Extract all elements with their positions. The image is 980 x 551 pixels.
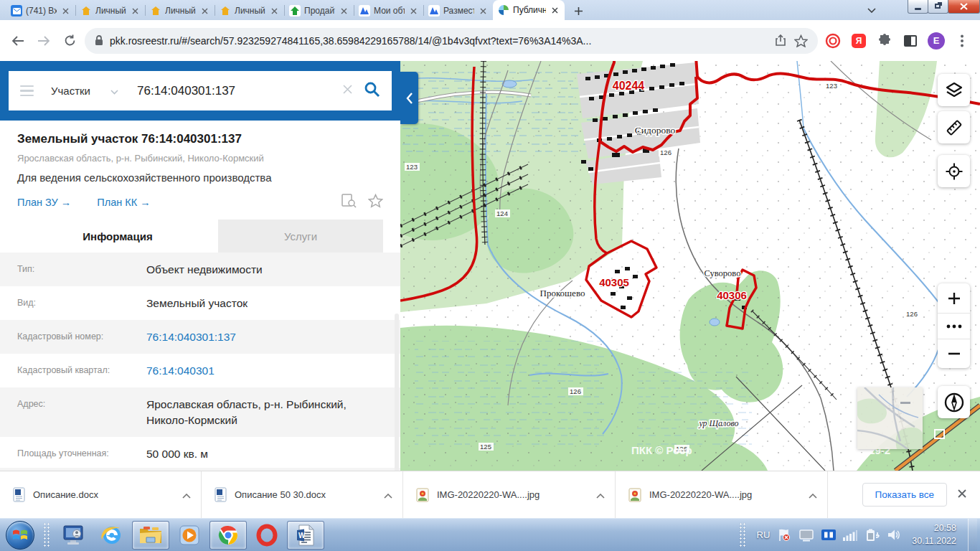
tab-close-icon[interactable] [550,5,560,15]
search-box: Участки [9,71,392,110]
layers-icon [945,81,963,100]
search-category-dropdown[interactable]: Участки [51,85,90,97]
speaker-icon[interactable] [887,529,900,541]
download-item[interactable]: Описание 50 30.docx [202,471,403,518]
measure-button[interactable] [938,111,970,143]
new-tab-button[interactable] [569,3,588,19]
address-bar[interactable]: pkk.rosreestr.ru/#/search/57.92325927484… [85,28,818,54]
tab-mail[interactable]: (741) Вхо [6,1,75,20]
panel-collapse-button[interactable] [400,72,418,124]
show-desktop-button[interactable] [968,519,977,551]
taskbar-opera[interactable] [248,521,286,550]
quarter-label-40244: 40244 [613,80,645,92]
profile-avatar[interactable]: E [925,30,947,52]
zoom-out-button[interactable] [938,339,970,368]
tab-close-icon[interactable] [199,6,209,16]
elevation-label: 124 [496,209,508,217]
bookmark-star-icon[interactable] [794,34,808,47]
back-icon[interactable] [7,30,29,52]
taskbar-word[interactable]: W [287,521,324,550]
action-center-flag-icon[interactable] [777,529,791,542]
window-controls [908,0,980,14]
plan-zu-link[interactable]: План ЗУ → [17,197,71,208]
language-indicator[interactable]: RU [757,529,771,540]
tab-moi-obyavleniya[interactable]: Мои объ [354,1,423,20]
panel-scrollbar[interactable] [395,314,399,471]
locate-button[interactable] [938,155,970,187]
start-button[interactable] [6,521,34,550]
reload-icon[interactable] [59,30,80,52]
tab-search-chevron-icon[interactable] [864,3,880,17]
tab-information[interactable]: Информация [17,220,218,253]
doc-search-icon[interactable] [341,194,357,211]
zoom-more-button[interactable] [938,313,970,339]
signal-bars-icon[interactable] [843,529,857,541]
overview-minimap[interactable] [857,387,923,449]
table-row: Кадастровый номер: 76:14:040301:137 [0,320,400,354]
ext-sidebar-icon[interactable] [900,30,921,52]
chevron-down-icon[interactable] [110,85,118,98]
restore-button[interactable] [928,0,948,14]
tab-close-icon[interactable] [339,6,349,16]
battery-plug-icon[interactable] [864,529,880,542]
download-item[interactable]: Описание.docx [0,471,202,518]
tab-close-icon[interactable] [408,6,418,16]
clear-search-icon[interactable] [342,84,353,98]
elevation-label: 126 [906,310,918,318]
tab-close-icon[interactable] [269,6,279,16]
forward-icon[interactable] [33,30,55,52]
chevron-up-icon[interactable] [384,489,392,501]
close-downloads-icon[interactable] [957,489,967,501]
tab-razmestit[interactable]: Размест [423,1,493,20]
layers-button[interactable] [938,74,970,106]
tab-lichny-1[interactable]: Личный [75,1,145,20]
taskbar-clock[interactable]: 20:58 30.11.2022 [912,522,956,547]
menu-hamburger-icon[interactable] [20,85,34,97]
chevron-up-icon[interactable] [596,489,605,501]
taskbar-chrome[interactable] [209,521,247,550]
village-label-sidorovo: Сидорово [635,125,676,136]
cadastral-block-link[interactable]: 76:14:040301 [146,354,229,387]
rosreestr-icon [498,4,509,16]
zoom-in-button[interactable] [938,283,970,313]
close-button[interactable] [948,0,980,14]
favorite-star-icon[interactable] [368,194,383,211]
tab-label: Продайт [304,6,335,16]
plan-kk-link[interactable]: План КК → [97,197,150,208]
tab-label: (741) Вхо [26,6,57,16]
tab-lichny-3[interactable]: Личный [215,1,284,20]
graphics-utility-icon[interactable] [821,529,836,540]
ext-yandex-icon[interactable]: Я [848,30,870,52]
extensions-puzzle-icon[interactable] [874,30,895,52]
ext-target-icon[interactable] [822,30,844,52]
tab-close-icon[interactable] [130,6,140,16]
show-all-downloads-button[interactable]: Показать все [862,483,947,507]
menu-kebab-icon[interactable] [951,30,973,52]
date: 30.11.2022 [912,535,956,548]
cadastral-number-link[interactable]: 76:14:040301:137 [146,320,250,354]
share-icon[interactable] [775,34,788,47]
tab-close-icon[interactable] [478,6,488,16]
cadastral-map[interactable]: 123 124 126 126 126 125 126 129 123 Сидо… [400,61,980,471]
taskbar-media-player[interactable] [171,521,208,550]
download-item[interactable]: IMG-20220220-WA....jpg [403,471,616,518]
word-icon: W [295,524,316,547]
tab-prodait[interactable]: Продайт [284,1,354,20]
search-input[interactable] [137,84,342,98]
download-item[interactable]: IMG-20220220-WA....jpg [616,471,828,518]
tray-grip [739,522,745,548]
tab-lichny-2[interactable]: Личный [145,1,215,20]
taskbar-internet-explorer[interactable] [93,521,131,550]
tab-close-icon[interactable] [60,6,70,16]
minimize-button[interactable] [908,0,928,14]
chevron-up-icon[interactable] [809,489,817,501]
network-monitor-icon[interactable] [798,529,814,542]
compass-button[interactable] [938,386,970,418]
chevron-up-icon[interactable] [182,489,191,501]
tab-services[interactable]: Услуги [218,220,383,253]
tab-pkk-active[interactable]: Публичн [493,0,565,20]
taskbar-remote-desktop[interactable] [55,521,92,550]
taskbar-file-explorer[interactable] [132,521,169,550]
zoom-controls [938,283,970,368]
search-icon[interactable] [364,81,380,100]
